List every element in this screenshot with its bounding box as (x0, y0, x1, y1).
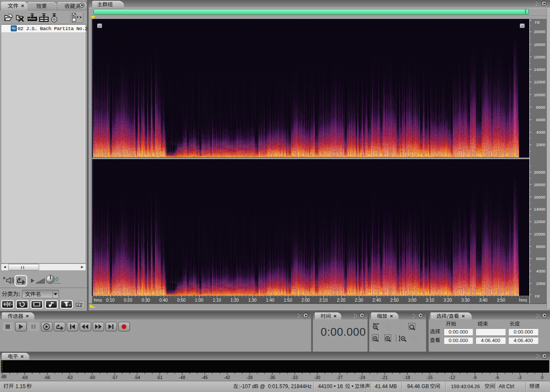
svg-text:-18: -18 (404, 375, 411, 380)
svg-text:10000: 10000 (534, 92, 545, 97)
svg-text:-54: -54 (134, 375, 140, 380)
svg-text:2:30: 2:30 (355, 298, 363, 303)
svg-text:2000: 2000 (536, 281, 545, 286)
svg-text:1:40: 1:40 (266, 298, 275, 303)
svg-text:0:20: 0:20 (124, 298, 133, 303)
svg-text:18000: 18000 (534, 42, 545, 47)
svg-text:-12: -12 (449, 375, 455, 380)
svg-text:3:50: 3:50 (497, 298, 505, 303)
svg-text:-69: -69 (22, 375, 28, 380)
svg-text:-33: -33 (291, 375, 298, 380)
svg-text:6000: 6000 (536, 256, 545, 261)
svg-text:12000: 12000 (534, 80, 545, 84)
svg-text:2000: 2000 (536, 142, 545, 147)
svg-text:1:20: 1:20 (230, 298, 239, 303)
svg-text:hms: hms (519, 298, 527, 303)
svg-text:8000: 8000 (536, 105, 545, 110)
svg-text:2:00: 2:00 (301, 298, 310, 303)
svg-text:1:10: 1:10 (213, 298, 221, 303)
svg-text:14000: 14000 (534, 67, 545, 72)
svg-text:-45: -45 (201, 375, 208, 380)
svg-text:3:00: 3:00 (408, 298, 417, 303)
svg-text:Hz: Hz (535, 20, 540, 24)
svg-text:0:30: 0:30 (142, 298, 150, 303)
svg-text:-30: -30 (314, 375, 321, 380)
svg-text:-57: -57 (111, 375, 118, 380)
svg-text:-6: -6 (495, 375, 499, 380)
svg-text:8000: 8000 (536, 244, 545, 249)
svg-text:-15: -15 (426, 375, 433, 380)
svg-text:16000: 16000 (534, 55, 545, 59)
svg-text:-9: -9 (473, 375, 476, 380)
svg-text:3:40: 3:40 (479, 298, 488, 303)
svg-text:dB: dB (1, 374, 7, 379)
svg-text:0: 0 (541, 375, 544, 380)
svg-text:2:40: 2:40 (373, 298, 381, 303)
svg-text:-27: -27 (337, 375, 343, 380)
svg-text:-21: -21 (381, 375, 388, 380)
svg-text:-36: -36 (269, 375, 275, 380)
svg-text:-48: -48 (179, 375, 185, 380)
svg-text:4000: 4000 (536, 269, 545, 273)
svg-text:1:00: 1:00 (195, 298, 204, 303)
svg-text:12000: 12000 (534, 219, 545, 224)
svg-text:2:20: 2:20 (337, 298, 346, 303)
svg-text:-39: -39 (247, 375, 253, 380)
svg-text:3:20: 3:20 (444, 298, 452, 303)
svg-text:-24: -24 (359, 375, 365, 380)
svg-text:20000: 20000 (534, 29, 545, 34)
svg-text:0:50: 0:50 (177, 298, 186, 303)
svg-text:18000: 18000 (534, 182, 545, 187)
svg-text:-66: -66 (44, 375, 50, 380)
svg-text:6000: 6000 (536, 117, 545, 122)
svg-text:-3: -3 (518, 375, 522, 380)
svg-text:10000: 10000 (534, 232, 545, 236)
svg-text:0:40: 0:40 (159, 298, 168, 303)
svg-text:3:10: 3:10 (426, 298, 434, 303)
svg-text:14000: 14000 (534, 207, 545, 211)
svg-text:-42: -42 (224, 375, 230, 380)
svg-text:16000: 16000 (534, 195, 545, 199)
svg-text:3:30: 3:30 (461, 298, 470, 303)
svg-text:4000: 4000 (536, 130, 545, 135)
svg-text:Hz: Hz (535, 294, 540, 298)
svg-text:-63: -63 (66, 375, 73, 380)
svg-text:2:10: 2:10 (319, 298, 328, 303)
svg-text:-60: -60 (89, 375, 96, 380)
svg-text:-51: -51 (156, 375, 163, 380)
svg-text:hms: hms (94, 298, 102, 303)
svg-text:0:10: 0:10 (106, 298, 115, 303)
svg-text:20000: 20000 (534, 170, 545, 175)
svg-text:2:50: 2:50 (390, 298, 399, 303)
svg-text:1:30: 1:30 (248, 298, 257, 303)
svg-text:1:50: 1:50 (284, 298, 292, 303)
